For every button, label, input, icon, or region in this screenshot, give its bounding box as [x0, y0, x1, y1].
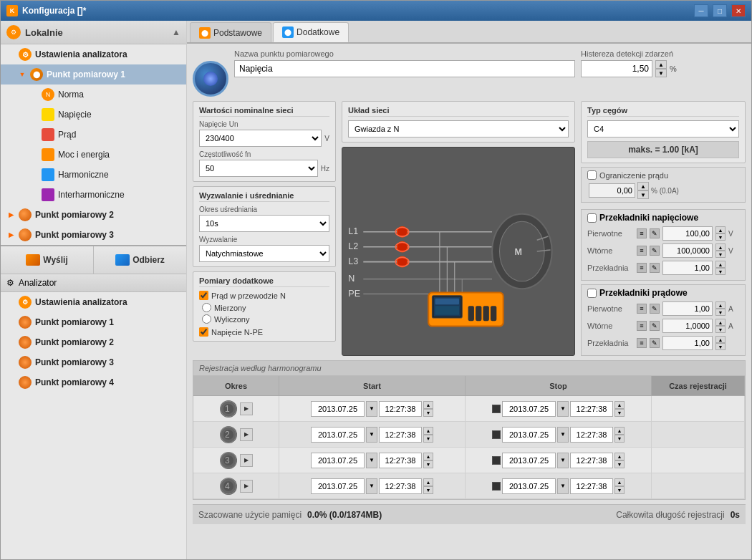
sidebar-item-punkt1[interactable]: ▼ ⬤ Punkt pomiarowy 1 [1, 64, 186, 85]
harm-1-time-start-dn[interactable]: ▼ [423, 409, 433, 417]
sidebar-item-moc[interactable]: Moc i energia [1, 145, 186, 165]
harm-3-time-start-dn[interactable]: ▼ [423, 460, 433, 468]
harm-2-time-stop[interactable] [570, 427, 613, 443]
harm-1-date-stop[interactable] [502, 401, 556, 417]
harm-1-stop-btn[interactable] [492, 405, 501, 413]
sidebar-item-ustawienia[interactable]: ⚙ Ustawienia analizatora [1, 44, 186, 64]
wyzwalanie-select[interactable]: Natychmiastowe [199, 245, 329, 262]
harm-4-time-start-dn[interactable]: ▼ [423, 486, 433, 494]
maximize-button[interactable]: □ [713, 4, 727, 17]
pk-prad-wtor-up[interactable]: ▲ [715, 319, 726, 326]
pk-nap-pierwotne-input[interactable] [662, 226, 713, 241]
sidebar-item-an-punkt2[interactable]: Punkt pomiarowy 2 [1, 332, 186, 352]
sidebar-item-ust-an[interactable]: ⚙ Ustawienia analizatora [1, 292, 186, 312]
pk-prad-prim-up[interactable]: ▲ [715, 301, 726, 309]
pk-prad-prim-edit[interactable]: ✎ [650, 304, 660, 314]
pk-nap-przekladnia-input[interactable] [662, 261, 713, 275]
pk-prad-wtor-calc[interactable]: ≡ [637, 321, 647, 331]
harm-4-date-stop-dd[interactable]: ▼ [557, 478, 569, 494]
nazwa-input[interactable] [234, 60, 575, 77]
pk-nap-wtor-up[interactable]: ▲ [715, 243, 726, 251]
harm-4-time-start-up[interactable]: ▲ [423, 478, 433, 486]
harm-1-time-stop-dn[interactable]: ▼ [614, 409, 625, 417]
harm-3-time-stop-dn[interactable]: ▼ [614, 460, 625, 468]
pk-prad-przek-calc[interactable]: ≡ [637, 338, 647, 348]
histereza-input[interactable] [581, 60, 652, 77]
harm-3-play[interactable]: ▶ [240, 454, 253, 467]
pk-prad-wtor-dn[interactable]: ▼ [715, 326, 726, 333]
sidebar-item-an-punkt1[interactable]: Punkt pomiarowy 1 [1, 312, 186, 332]
harm-3-time-stop[interactable] [570, 453, 613, 468]
pk-prad-prim-dn[interactable]: ▼ [715, 309, 726, 316]
napiecie-select[interactable]: 230/400 [199, 130, 322, 147]
pk-prad-przek-up[interactable]: ▲ [715, 336, 726, 343]
harm-2-time-start-up[interactable]: ▲ [423, 427, 433, 435]
pk-nap-pierwotne-edit[interactable]: ✎ [650, 228, 660, 238]
pk-nap-przek-edit[interactable]: ✎ [650, 263, 660, 273]
sidebar-item-an-punkt4[interactable]: Punkt pomiarowy 4 [1, 372, 186, 392]
tab-dodatkowe[interactable]: ⬤ Dodatkowe [273, 22, 349, 42]
pk-nap-pierwotne-calc[interactable]: ≡ [637, 228, 647, 238]
harm-4-date-start-dd[interactable]: ▼ [366, 478, 377, 494]
sidebar-item-harmoniczne[interactable]: Harmoniczne [1, 165, 186, 185]
pk-nap-prim-dn[interactable]: ▼ [715, 233, 726, 241]
typ-select[interactable]: C4 [587, 120, 739, 137]
harm-3-time-stop-up[interactable]: ▲ [614, 453, 625, 460]
harm-3-date-stop-dd[interactable]: ▼ [557, 453, 569, 468]
harm-4-time-stop[interactable] [570, 478, 613, 494]
pk-nap-przek-calc[interactable]: ≡ [637, 263, 647, 273]
sidebar-item-punkt3[interactable]: ▶ Punkt pomiarowy 3 [1, 225, 186, 245]
harm-2-date-start-dd[interactable]: ▼ [366, 427, 377, 443]
napiecie-npe-check[interactable] [199, 327, 208, 337]
harm-1-date-stop-dd[interactable]: ▼ [557, 401, 569, 417]
harm-2-date-start[interactable] [311, 427, 365, 443]
tab-podstawowe[interactable]: ⬤ Podstawowe [190, 22, 271, 42]
harm-1-date-start-dd[interactable]: ▼ [366, 401, 377, 417]
harm-4-play[interactable]: ▶ [240, 480, 253, 493]
okres-select[interactable]: 10s [199, 215, 329, 232]
harm-1-time-start[interactable] [379, 401, 422, 417]
harm-2-date-stop[interactable] [502, 427, 556, 443]
harm-4-date-start[interactable] [311, 478, 365, 494]
harm-3-time-start[interactable] [379, 453, 422, 468]
histereza-up-btn[interactable]: ▲ [655, 60, 667, 69]
harm-2-play[interactable]: ▶ [240, 428, 253, 441]
harm-4-time-start[interactable] [379, 478, 422, 494]
harm-1-play[interactable]: ▶ [240, 402, 253, 415]
wyliczony-radio[interactable] [202, 314, 211, 324]
pk-nap-przek-dn[interactable]: ▼ [715, 268, 726, 275]
pk-nap-przek-up[interactable]: ▲ [715, 261, 726, 268]
harm-2-stop-btn[interactable] [492, 430, 501, 439]
pk-prad-przekladnia-input[interactable] [662, 336, 713, 350]
pk-prad-wtor-edit[interactable]: ✎ [650, 321, 660, 331]
histereza-down-btn[interactable]: ▼ [655, 69, 667, 77]
pk-prad-przek-dn[interactable]: ▼ [715, 343, 726, 350]
mierzony-radio[interactable] [202, 303, 211, 312]
harm-3-date-stop[interactable] [502, 453, 556, 468]
pk-nap-wtor-dn[interactable]: ▼ [715, 251, 726, 258]
pk-prad-check[interactable] [587, 289, 597, 298]
sidebar-collapse-btn[interactable]: ▲ [172, 27, 180, 37]
harm-4-time-stop-dn[interactable]: ▼ [614, 486, 625, 494]
pk-prad-prim-calc[interactable]: ≡ [637, 304, 647, 314]
uklad-select[interactable]: Gwiazda z N [348, 120, 569, 137]
og-down-btn[interactable]: ▼ [637, 190, 649, 199]
harm-4-date-stop[interactable] [502, 478, 556, 494]
harm-2-time-stop-up[interactable]: ▲ [614, 427, 625, 435]
czestotliwosc-select[interactable]: 50 [199, 160, 318, 177]
prad-przewod-check[interactable] [199, 291, 208, 300]
pk-nap-wtorne-edit[interactable]: ✎ [650, 246, 660, 256]
harm-2-time-start[interactable] [379, 427, 422, 443]
harm-2-date-stop-dd[interactable]: ▼ [557, 427, 569, 443]
pk-nap-wtorne-calc[interactable]: ≡ [637, 246, 647, 256]
harm-3-stop-btn[interactable] [492, 456, 501, 465]
send-button[interactable]: Wyślij [1, 246, 94, 274]
pk-nap-check[interactable] [587, 213, 597, 223]
harm-4-time-stop-up[interactable]: ▲ [614, 478, 625, 486]
ograniczenie-check[interactable] [587, 170, 597, 180]
harm-1-time-start-up[interactable]: ▲ [423, 401, 433, 409]
harm-1-time-stop[interactable] [570, 401, 613, 417]
sidebar-item-an-punkt3[interactable]: Punkt pomiarowy 3 [1, 352, 186, 372]
harm-3-date-start[interactable] [311, 453, 365, 468]
harm-2-time-stop-dn[interactable]: ▼ [614, 435, 625, 443]
